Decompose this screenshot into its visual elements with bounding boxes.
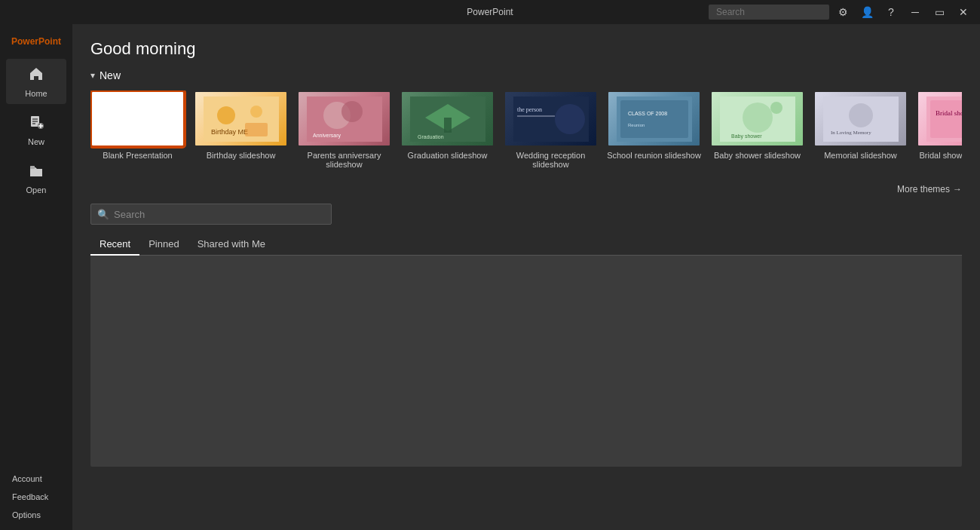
template-wedding-label: Wedding reception slideshow bbox=[504, 151, 598, 169]
svg-point-24 bbox=[555, 104, 585, 134]
template-graduation[interactable]: Graduation Graduation slideshow bbox=[400, 90, 495, 169]
tabs: Recent Pinned Shared with Me bbox=[90, 234, 962, 256]
sidebar-nav: Home New bbox=[6, 59, 66, 467]
template-birthday[interactable]: Birthday ME Birthday slideshow bbox=[194, 90, 288, 169]
template-reunion[interactable]: CLASS OF 2008 Reunion School reunion sli… bbox=[607, 90, 701, 169]
svg-point-32 bbox=[770, 102, 782, 114]
search-input[interactable] bbox=[114, 209, 325, 220]
template-bridal[interactable]: Bridal shower Bridal shower slideshow bbox=[917, 90, 962, 169]
sidebar-account[interactable]: Account bbox=[9, 473, 45, 485]
svg-point-11 bbox=[250, 106, 262, 118]
new-section-header: ▾ New bbox=[90, 69, 962, 81]
account-icon-button[interactable]: 👤 bbox=[856, 2, 877, 23]
sidebar-item-open-label: Open bbox=[26, 185, 47, 195]
tab-recent[interactable]: Recent bbox=[90, 234, 139, 256]
svg-rect-7 bbox=[30, 166, 35, 169]
template-memorial-thumb: In Loving Memory bbox=[813, 90, 908, 147]
svg-rect-37 bbox=[930, 100, 963, 138]
svg-point-9 bbox=[217, 106, 235, 124]
template-baby-thumb: Baby shower bbox=[710, 90, 804, 147]
more-themes-label: More themes bbox=[897, 184, 950, 195]
app-body: PowerPoint Home bbox=[0, 24, 980, 530]
template-bridal-label: Bridal shower slideshow bbox=[920, 151, 963, 160]
svg-rect-26 bbox=[620, 100, 688, 138]
template-wedding-thumb: the person bbox=[504, 90, 598, 147]
svg-text:In Loving Memory: In Loving Memory bbox=[831, 130, 871, 136]
tab-shared[interactable]: Shared with Me bbox=[188, 234, 274, 256]
template-bridal-thumb: Bridal shower bbox=[917, 90, 962, 147]
sidebar-item-new-label: New bbox=[28, 137, 44, 146]
template-blank-thumb bbox=[90, 90, 185, 147]
greeting-heading: Good morning bbox=[90, 39, 962, 59]
sidebar-options[interactable]: Options bbox=[9, 509, 44, 521]
template-blank-label: Blank Presentation bbox=[103, 151, 172, 160]
search-icon: 🔍 bbox=[97, 209, 109, 220]
settings-icon-button[interactable]: ⚙ bbox=[832, 2, 853, 23]
svg-text:Bridal shower: Bridal shower bbox=[936, 109, 963, 117]
template-memorial[interactable]: In Loving Memory Memorial slideshow bbox=[813, 90, 908, 169]
search-container: 🔍 bbox=[90, 204, 962, 225]
template-grid: Blank Presentation Birthday ME bbox=[90, 90, 962, 172]
template-anniversary[interactable]: Anniversary Parents anniversary slidesho… bbox=[297, 90, 391, 169]
svg-text:Reunion: Reunion bbox=[628, 123, 645, 127]
template-birthday-thumb: Birthday ME bbox=[194, 90, 288, 147]
svg-rect-19 bbox=[444, 118, 452, 133]
sidebar-feedback[interactable]: Feedback bbox=[9, 491, 51, 503]
svg-text:CLASS OF 2008: CLASS OF 2008 bbox=[628, 111, 667, 116]
svg-text:Baby shower: Baby shower bbox=[731, 133, 762, 139]
more-themes-arrow-icon: → bbox=[953, 184, 962, 195]
search-box: 🔍 bbox=[90, 204, 332, 225]
svg-point-34 bbox=[849, 103, 873, 127]
more-themes-link[interactable]: More themes → bbox=[897, 184, 962, 195]
minimize-button[interactable]: ─ bbox=[905, 2, 926, 23]
svg-rect-23 bbox=[517, 115, 555, 117]
svg-point-30 bbox=[743, 103, 773, 133]
template-anniversary-thumb: Anniversary bbox=[297, 90, 391, 147]
sidebar-brand: PowerPoint bbox=[11, 30, 61, 59]
title-search-input[interactable] bbox=[709, 5, 829, 20]
open-icon bbox=[28, 162, 44, 182]
home-icon bbox=[28, 66, 44, 86]
sidebar: PowerPoint Home bbox=[0, 24, 72, 530]
new-section-title: New bbox=[100, 69, 121, 81]
svg-text:Birthday ME: Birthday ME bbox=[211, 128, 248, 136]
template-reunion-thumb: CLASS OF 2008 Reunion bbox=[607, 90, 701, 147]
template-blank[interactable]: Blank Presentation bbox=[90, 90, 185, 169]
title-bar-controls: ⚙ 👤 ? ─ ▭ ✕ bbox=[709, 2, 974, 23]
template-graduation-thumb: Graduation bbox=[400, 90, 495, 147]
sidebar-bottom: Account Feedback Options bbox=[0, 467, 72, 530]
new-icon bbox=[28, 114, 44, 134]
template-memorial-label: Memorial slideshow bbox=[824, 151, 897, 160]
sidebar-item-new[interactable]: New bbox=[6, 107, 66, 152]
svg-text:Anniversary: Anniversary bbox=[313, 133, 341, 139]
template-wedding[interactable]: the person Wedding reception slideshow bbox=[504, 90, 598, 169]
app-title: PowerPoint bbox=[467, 7, 513, 17]
svg-text:Graduation: Graduation bbox=[418, 134, 444, 139]
more-themes-row: More themes → bbox=[90, 184, 962, 195]
help-icon-button[interactable]: ? bbox=[880, 2, 902, 23]
main-content: Good morning ▾ New Blank Presentation bbox=[72, 24, 980, 530]
close-button[interactable]: ✕ bbox=[953, 2, 974, 23]
template-anniversary-label: Parents anniversary slideshow bbox=[297, 151, 391, 169]
recent-area bbox=[90, 256, 962, 467]
svg-point-15 bbox=[341, 101, 363, 122]
template-graduation-label: Graduation slideshow bbox=[408, 151, 488, 160]
template-baby[interactable]: Baby shower Baby shower slideshow bbox=[710, 90, 804, 169]
template-birthday-label: Birthday slideshow bbox=[207, 151, 276, 160]
sidebar-item-home[interactable]: Home bbox=[6, 59, 66, 104]
restore-button[interactable]: ▭ bbox=[929, 2, 950, 23]
sidebar-item-home-label: Home bbox=[25, 89, 47, 98]
title-bar: PowerPoint ⚙ 👤 ? ─ ▭ ✕ bbox=[0, 0, 980, 24]
svg-text:the person: the person bbox=[517, 106, 542, 113]
sidebar-item-open[interactable]: Open bbox=[6, 155, 66, 201]
template-baby-label: Baby shower slideshow bbox=[714, 151, 801, 160]
tab-pinned[interactable]: Pinned bbox=[139, 234, 188, 256]
template-reunion-label: School reunion slideshow bbox=[607, 151, 701, 160]
svg-rect-12 bbox=[245, 123, 268, 136]
new-section-toggle[interactable]: ▾ bbox=[90, 70, 95, 81]
